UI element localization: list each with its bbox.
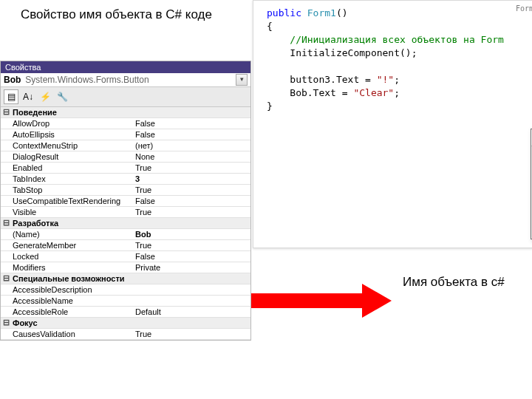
collapse-icon[interactable]: ⊟ — [1, 218, 11, 228]
property-value[interactable]: True — [132, 240, 250, 250]
property-row[interactable]: LockedFalse — [1, 251, 250, 262]
property-value[interactable]: True — [132, 329, 250, 339]
property-key: AutoEllipsis — [11, 129, 132, 140]
category-name: Фокус — [11, 318, 132, 328]
property-value[interactable]: Default — [132, 307, 250, 317]
property-value[interactable] — [132, 284, 250, 295]
property-value[interactable]: False — [132, 129, 250, 140]
property-value[interactable]: True — [132, 163, 250, 173]
annotation-right: Имя объекта в c# — [403, 275, 505, 290]
property-key: Modifiers — [11, 262, 132, 273]
code-body: public Form1() { //Инициализация всех об… — [253, 1, 532, 119]
property-value[interactable]: None — [132, 151, 250, 162]
property-key: TabIndex — [11, 174, 132, 184]
category-name: Поведение — [11, 107, 132, 117]
properties-grid: ⊟ПоведениеAllowDropFalseAutoEllipsisFals… — [1, 107, 250, 340]
property-value[interactable]: True — [132, 185, 250, 195]
events-button[interactable]: ⚡ — [38, 89, 52, 104]
property-row[interactable]: ContextMenuStrip(нет) — [1, 140, 250, 151]
property-key: AllowDrop — [11, 118, 132, 129]
property-value[interactable]: Bob — [132, 229, 250, 239]
property-row[interactable]: CausesValidationTrue — [1, 329, 250, 340]
property-key: Visible — [11, 207, 132, 217]
property-row[interactable]: (Name)Bob — [1, 229, 250, 240]
property-row[interactable]: AccessibleRoleDefault — [1, 307, 250, 318]
property-row[interactable]: AutoEllipsisFalse — [1, 129, 250, 140]
properties-title: Свойства — [1, 61, 250, 73]
property-row[interactable]: AccessibleName — [1, 296, 250, 307]
properties-panel: Свойства Bob System.Windows.Forms.Button… — [0, 61, 251, 341]
code-editor: Form1.cs public Form1() { //Инициализаци… — [253, 0, 532, 248]
collapse-icon[interactable]: ⊟ — [1, 273, 11, 284]
chevron-down-icon[interactable]: ▾ — [236, 74, 248, 86]
category-row[interactable]: ⊟Специальные возможности — [1, 273, 250, 284]
object-type: System.Windows.Forms.Button — [25, 75, 149, 85]
property-row[interactable]: AllowDropFalse — [1, 118, 250, 129]
object-selector[interactable]: Bob System.Windows.Forms.Button ▾ — [1, 73, 250, 87]
property-value[interactable]: (нет) — [132, 140, 250, 151]
properties-toolbar: ▤ A↓ ⚡ 🔧 — [1, 87, 250, 107]
category-row[interactable]: ⊟Фокус — [1, 318, 250, 329]
property-key: AccessibleDescription — [11, 284, 132, 295]
property-value[interactable] — [132, 296, 250, 306]
property-value[interactable]: Private — [132, 262, 250, 273]
object-name: Bob — [4, 75, 21, 85]
property-key: Enabled — [11, 163, 132, 173]
category-name: Разработка — [11, 218, 132, 228]
property-key: AccessibleName — [11, 296, 132, 306]
code-tab-label: Form1.cs — [516, 2, 532, 16]
property-key: Locked — [11, 251, 132, 262]
property-key: CausesValidation — [11, 329, 132, 339]
property-key: TabStop — [11, 185, 132, 195]
categorized-button[interactable]: ▤ — [4, 89, 18, 104]
property-row[interactable]: ModifiersPrivate — [1, 262, 250, 273]
alphabetical-button[interactable]: A↓ — [21, 89, 35, 104]
property-row[interactable]: DialogResultNone — [1, 151, 250, 163]
category-row[interactable]: ⊟Поведение — [1, 107, 250, 118]
property-key: (Name) — [11, 229, 132, 239]
property-row[interactable]: AccessibleDescription — [1, 284, 250, 296]
property-value[interactable]: False — [132, 118, 250, 129]
property-key: ContextMenuStrip — [11, 140, 132, 151]
category-name: Специальные возможности — [11, 273, 132, 284]
property-row[interactable]: GenerateMemberTrue — [1, 240, 250, 251]
property-key: UseCompatibleTextRendering — [11, 196, 132, 206]
arrow-icon — [251, 284, 395, 318]
category-row[interactable]: ⊟Разработка — [1, 218, 250, 229]
collapse-icon[interactable]: ⊟ — [1, 318, 11, 328]
property-row[interactable]: TabIndex3 — [1, 174, 250, 185]
property-value[interactable]: True — [132, 207, 250, 217]
property-key: AccessibleRole — [11, 307, 132, 317]
property-value[interactable]: 3 — [132, 174, 250, 184]
property-value[interactable]: False — [132, 196, 250, 206]
property-pages-button[interactable]: 🔧 — [55, 89, 69, 104]
collapse-icon[interactable]: ⊟ — [1, 107, 11, 117]
annotation-top: Свойство имя объекта в C# коде — [21, 7, 212, 22]
property-key: GenerateMember — [11, 240, 132, 250]
property-row[interactable]: EnabledTrue — [1, 163, 250, 174]
property-key: DialogResult — [11, 151, 132, 162]
property-row[interactable]: UseCompatibleTextRenderingFalse — [1, 196, 250, 207]
property-row[interactable]: TabStopTrue — [1, 185, 250, 196]
property-value[interactable]: False — [132, 251, 250, 262]
property-row[interactable]: VisibleTrue — [1, 207, 250, 218]
